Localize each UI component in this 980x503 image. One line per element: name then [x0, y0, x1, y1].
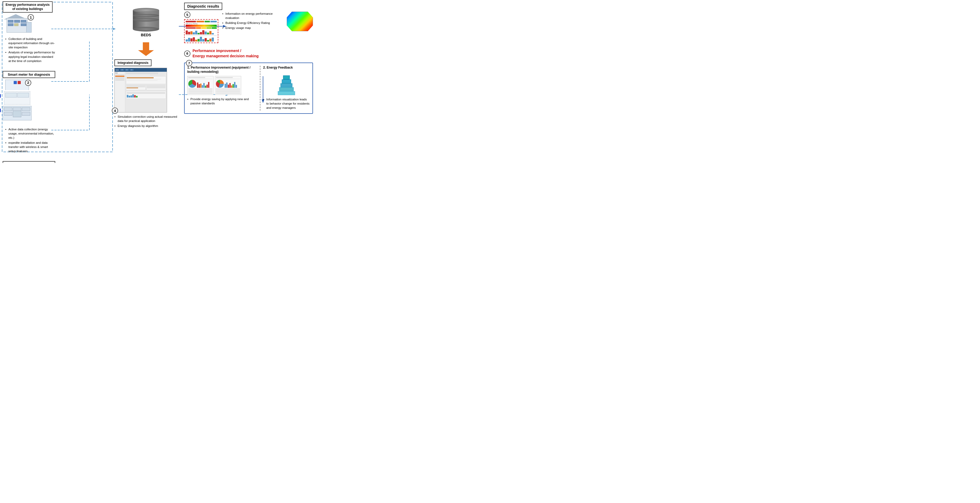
perf1-bullets: Provide energy saving by applying new an…: [187, 97, 257, 105]
step2-circle: 2: [25, 79, 31, 86]
section1-title: Energy performance analysis of existing …: [3, 1, 52, 13]
perf-improvement-header: 6 Performance improvement / Energy manag…: [184, 48, 313, 59]
perf2-title: 2. Energy Feedback: [263, 66, 310, 69]
step5-circle: 5: [184, 11, 191, 18]
right-column: Diagnostic results 5: [184, 3, 313, 114]
perf1-panel: 1. Performance improvement (equipment / …: [187, 66, 260, 111]
section2: Smart meter for diagnosis: [3, 71, 55, 154]
diagnostic-content: 5 Efficiency Rating: [184, 11, 313, 43]
orange-arrow-down: [115, 42, 178, 56]
section2-bullets: Active data collection (energy usage, en…: [5, 127, 55, 154]
step7-content: 1. Performance improvement (equipment / …: [187, 66, 310, 111]
db-cylinder: [133, 8, 159, 32]
diagnostic-charts: 5 Efficiency Rating: [184, 11, 218, 43]
section2-title: Smart meter for diagnosis: [3, 71, 55, 78]
building1-illustration: 1: [3, 14, 55, 35]
perf2-bullets: Information visualization leads to behav…: [263, 97, 310, 110]
diagnostic-right-panel: Information on energy performance evalua…: [222, 11, 283, 31]
left-column: Energy performance analysis of existing …: [3, 1, 55, 163]
step7-circle: 7: [186, 60, 192, 66]
integrated-diagnosis-title: Integrated diagnosis: [115, 59, 151, 66]
diagnostic-bullets: Information on energy performance evalua…: [222, 11, 283, 30]
step6-circle: 6: [184, 51, 191, 57]
step4-circle: 4: [112, 108, 118, 114]
section1: Energy performance analysis of existing …: [3, 1, 55, 63]
integrated-diagnosis-section: Integrated diagnosis bods tab tab tab: [115, 59, 178, 128]
middle-column: BEDS Integrated diagnosis bods tab: [115, 8, 178, 131]
smart-meter-illustration: 2: [3, 79, 55, 125]
heat-map-viz: [287, 11, 313, 31]
step7-section: 7 1. Performance improvement (equipment …: [184, 63, 313, 114]
integrated-screenshot: bods tab tab tab bods: [115, 68, 178, 113]
perf1-title: 1. Performance improvement (equipment / …: [187, 66, 257, 74]
perf2-panel: 2. Energy Feedback: [263, 66, 310, 111]
diagnostic-results-section: Diagnostic results 5: [184, 3, 313, 43]
diagram-container: Energy performance analysis of existing …: [0, 0, 316, 163]
perf-dashboards: [187, 76, 257, 95]
dashboard2: [215, 76, 241, 95]
diagnostic-title: Diagnostic results: [184, 3, 222, 10]
feedback-building-viz: [263, 71, 310, 95]
efficiency-label: Efficiency Rating: [186, 23, 217, 24]
beds-database: BEDS: [115, 8, 178, 37]
beds-label: BEDS: [141, 33, 151, 37]
diagnostic-mockup: Efficiency Rating: [184, 19, 218, 43]
section3-title: Visualization solution: [3, 161, 55, 163]
perf-improvement-title: Performance improvement / Energy managem…: [192, 48, 259, 59]
dashboard1: [187, 76, 213, 95]
step1-circle: 1: [28, 14, 34, 21]
integrated-bullets: Simulation correction using actual measu…: [115, 114, 178, 128]
section3: Visualization solution: [3, 161, 55, 163]
section1-bullets: Collection of building and equipment inf…: [5, 37, 55, 63]
